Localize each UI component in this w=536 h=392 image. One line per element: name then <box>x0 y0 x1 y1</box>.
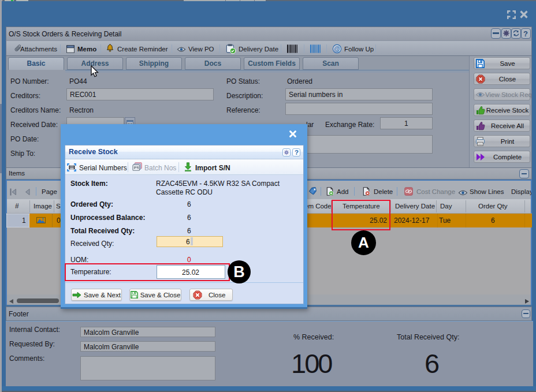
svg-text:@: @ <box>334 45 340 52</box>
